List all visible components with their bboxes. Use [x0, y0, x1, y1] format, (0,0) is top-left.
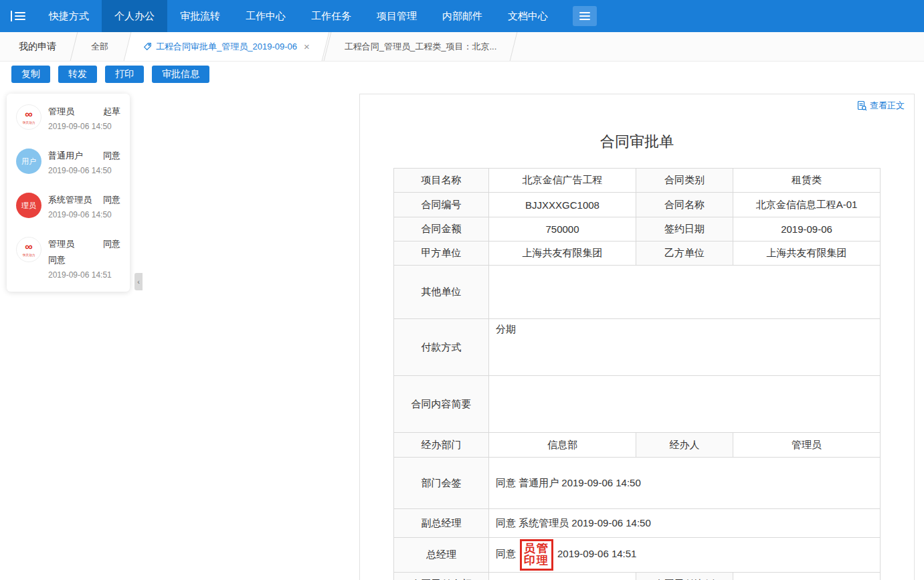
logo-symbol: ∞ [25, 109, 32, 120]
cell-value: BJJXXXGC1008 [489, 193, 636, 217]
timeline-entry-body: 普通用户 同意 2019-09-06 14:50 [48, 149, 120, 175]
approval-action: 同意 [103, 194, 120, 206]
timeline-entry-body: 管理员 起草 2019-09-06 14:50 [48, 104, 120, 131]
toolbar: 复制 转发 打印 审批信息 [0, 62, 924, 87]
timeline-entry-body: 管理员 同意 同意 2019-09-06 14:51 [48, 237, 120, 280]
tab-all[interactable]: 全部 [74, 32, 126, 61]
tab-label: 工程合同_管理员_工程类_项目：北京... [345, 41, 497, 53]
table-row: 付款方式 分期 [394, 319, 881, 376]
cell-label: 经办部门 [394, 433, 489, 458]
approver-name: 普通用户 [48, 150, 83, 162]
cell-value: 300000 [489, 572, 636, 580]
nav-item-personal-office[interactable]: 个人办公 [102, 0, 167, 32]
document-card: 查看正文 合同审批单 项目名称 北京金信广告工程 合同类别 租赁类 合同编号 B… [359, 94, 915, 580]
nav-item-project-management[interactable]: 项目管理 [364, 0, 430, 32]
approval-table: 项目名称 北京金信广告工程 合同类别 租赁类 合同编号 BJJXXXGC1008… [393, 168, 881, 580]
document-title: 合同审批单 [360, 132, 914, 152]
nav-label: 项目管理 [377, 10, 417, 23]
cell-value: 同意 普通用户 2019-09-06 14:50 [489, 458, 881, 509]
document-search-icon [856, 100, 867, 111]
cell-label: 合同金额 [394, 217, 489, 241]
cell-value [489, 376, 881, 433]
table-row: 总经理 同意员管印理2019-09-06 14:51 [394, 538, 881, 573]
cell-label: 合同编号 [394, 193, 489, 217]
approval-time: 2019-09-06 14:50 [48, 166, 120, 175]
cell-label: 合同类别 [636, 169, 733, 193]
logo-symbol: ∞ [25, 241, 32, 252]
forward-button[interactable]: 转发 [58, 66, 97, 83]
approval-timeline-column: ∞ 华天动力 管理员 起草 2019-09-06 14:50 用户 [0, 87, 154, 292]
approval-time: 2019-09-06 14:51 [48, 270, 120, 280]
main-menu-icon[interactable] [0, 0, 36, 32]
table-row: 合同已付金额 300000 合同已付比例 30 [394, 572, 881, 580]
cell-value: 上海共友有限集团 [733, 241, 881, 266]
cell-value: 750000 [489, 217, 636, 241]
cell-label: 经办人 [636, 433, 733, 458]
menu-icon-bar [11, 11, 12, 21]
view-original-link[interactable]: 查看正文 [856, 100, 905, 112]
copy-button[interactable]: 复制 [11, 66, 50, 83]
timeline-entry[interactable]: ∞ 华天动力 管理员 起草 2019-09-06 14:50 [16, 104, 120, 131]
timeline-entry[interactable]: ∞ 华天动力 管理员 同意 同意 2019-09-06 14:51 [16, 237, 120, 280]
timeline-entry[interactable]: 理员 系统管理员 同意 2019-09-06 14:50 [16, 193, 120, 219]
approver-name: 系统管理员 [48, 194, 92, 206]
section-label: 我的申请 [0, 32, 74, 61]
nav-label: 文档中心 [508, 10, 548, 23]
hamburger-icon [579, 12, 590, 20]
stamp-line: 员管 [524, 543, 549, 555]
hamburger-icon [15, 12, 25, 20]
content-area: ∞ 华天动力 管理员 起草 2019-09-06 14:50 用户 [0, 87, 924, 576]
table-row: 甲方单位 上海共友有限集团 乙方单位 上海共友有限集团 [394, 241, 881, 266]
top-nav: 快捷方式 个人办公 审批流转 工作中心 工作任务 项目管理 内部邮件 文档中心 [0, 0, 924, 32]
cell-label: 合同内容简要 [394, 376, 489, 433]
table-row: 合同金额 750000 签约日期 2019-09-06 [394, 217, 881, 241]
cell-label: 签约日期 [636, 217, 733, 241]
table-row: 项目名称 北京金信广告工程 合同类别 租赁类 [394, 169, 881, 193]
print-button[interactable]: 打印 [105, 66, 144, 83]
tab-engineering-contract[interactable]: 工程合同_管理员_工程类_项目：北京... [327, 32, 515, 61]
cell-label: 付款方式 [394, 319, 489, 376]
cell-value: 分期 [489, 319, 881, 376]
cell-value: 上海共友有限集团 [489, 241, 636, 266]
avatar-text: 用户 [21, 157, 36, 167]
collapse-sidebar-handle[interactable]: ‹ [134, 273, 143, 290]
cell-value [489, 266, 881, 319]
nav-item-internal-mail[interactable]: 内部邮件 [430, 0, 495, 32]
tag-icon [143, 42, 152, 51]
table-row: 其他单位 [394, 266, 881, 319]
timeline-entry[interactable]: 用户 普通用户 同意 2019-09-06 14:50 [16, 149, 120, 175]
table-row: 副总经理 同意 系统管理员 2019-09-06 14:50 [394, 509, 881, 538]
approval-action: 起草 [103, 106, 120, 118]
approval-time: 2019-09-06 14:51 [557, 548, 636, 559]
company-logo-avatar: ∞ 华天动力 [16, 237, 41, 262]
cell-label: 合同名称 [636, 193, 733, 217]
table-row: 合同编号 BJJXXXGC1008 合同名称 北京金信信息工程A-01 [394, 193, 881, 217]
cell-label: 合同已付金额 [394, 572, 489, 580]
cell-value: 管理员 [733, 433, 881, 458]
nav-item-work-tasks[interactable]: 工作任务 [298, 0, 364, 32]
nav-label: 审批流转 [180, 10, 220, 23]
nav-label: 内部邮件 [442, 10, 482, 23]
cell-value: 同意 系统管理员 2019-09-06 14:50 [489, 509, 881, 538]
close-tab-icon[interactable]: × [304, 41, 310, 52]
approval-action: 同意 [103, 150, 120, 162]
nav-item-shortcuts[interactable]: 快捷方式 [36, 0, 102, 32]
cell-label: 总经理 [394, 538, 489, 573]
nav-item-document-center[interactable]: 文档中心 [495, 0, 561, 32]
logo-brand-text: 华天动力 [22, 252, 35, 257]
cell-label: 副总经理 [394, 509, 489, 538]
table-row: 经办部门 信息部 经办人 管理员 [394, 433, 881, 458]
cell-label: 甲方单位 [394, 241, 489, 266]
nav-item-approval-flow[interactable]: 审批流转 [167, 0, 233, 32]
timeline-entry-body: 系统管理员 同意 2019-09-06 14:50 [48, 193, 120, 219]
nav-item-work-center[interactable]: 工作中心 [233, 0, 298, 32]
nav-label: 个人办公 [114, 10, 155, 23]
tab-contract-approval-form[interactable]: 工程合同审批单_管理员_2019-09-06 × [126, 32, 327, 61]
approver-name: 管理员 [48, 106, 74, 118]
approval-time: 2019-09-06 14:50 [48, 210, 120, 219]
approval-stamp: 员管印理 [520, 539, 553, 571]
more-menus-icon[interactable] [573, 6, 597, 26]
cell-value: 2019-09-06 [733, 217, 881, 241]
approval-timeline-panel: ∞ 华天动力 管理员 起草 2019-09-06 14:50 用户 [7, 94, 130, 292]
approval-info-button[interactable]: 审批信息 [152, 66, 209, 83]
